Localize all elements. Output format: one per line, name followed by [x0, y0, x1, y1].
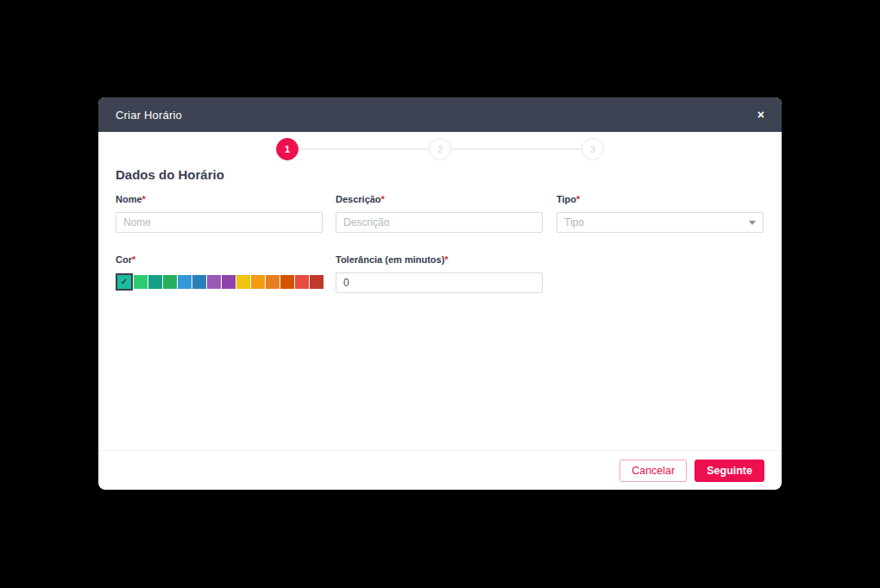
required-asterisk: * — [444, 254, 448, 265]
tipo-label-text: Tipo — [556, 194, 576, 204]
color-swatches: ✓ — [116, 272, 323, 291]
stepper-step-2[interactable]: 2 — [429, 138, 451, 160]
color-swatch[interactable] — [280, 275, 294, 289]
tolerancia-label-text: Tolerância (em minutos) — [336, 254, 444, 265]
modal-footer: Cancelar Seguinte — [98, 450, 782, 490]
color-swatch[interactable] — [222, 275, 236, 289]
tipo-label: Tipo* — [556, 194, 764, 204]
color-swatch[interactable] — [251, 275, 265, 289]
field-group-descricao: Descrição* — [336, 194, 543, 233]
stepper-step-1[interactable]: 1 — [276, 138, 299, 160]
color-swatch[interactable] — [178, 275, 192, 289]
tipo-select[interactable]: Tipo — [556, 212, 764, 233]
required-asterisk: * — [381, 194, 385, 204]
chevron-down-icon — [749, 221, 756, 225]
descricao-label-text: Descrição — [336, 194, 381, 204]
descricao-label: Descrição* — [336, 194, 543, 204]
color-swatch[interactable] — [310, 275, 324, 289]
nome-label: Nome* — [116, 194, 323, 204]
color-swatch[interactable] — [134, 275, 148, 289]
field-group-tipo: Tipo* Tipo — [556, 194, 764, 233]
cor-label: Cor* — [116, 254, 323, 265]
check-icon: ✓ — [121, 278, 128, 286]
field-group-tolerancia: Tolerância (em minutos)* — [336, 254, 543, 293]
required-asterisk: * — [132, 254, 135, 265]
section-title: Dados do Horário — [116, 167, 224, 182]
close-icon[interactable]: × — [757, 109, 764, 121]
modal-title: Criar Horário — [116, 109, 182, 122]
field-group-nome: Nome* — [116, 194, 323, 233]
color-swatch[interactable]: ✓ — [116, 273, 133, 291]
stepper-connector — [299, 148, 429, 150]
color-swatch[interactable] — [266, 275, 280, 289]
cancel-button[interactable]: Cancelar — [619, 460, 687, 482]
tolerancia-label: Tolerância (em minutos)* — [336, 254, 543, 265]
required-asterisk: * — [142, 194, 146, 204]
nome-input[interactable] — [116, 212, 323, 233]
tipo-select-placeholder: Tipo — [564, 216, 584, 228]
nome-label-text: Nome — [116, 194, 142, 204]
color-swatch[interactable] — [207, 275, 221, 289]
stepper-step-3[interactable]: 3 — [581, 138, 604, 160]
color-swatch[interactable] — [163, 275, 177, 289]
color-swatch[interactable] — [295, 275, 309, 289]
create-schedule-modal: Criar Horário × 123 Dados do Horário Nom… — [98, 97, 782, 490]
color-swatch[interactable] — [148, 275, 162, 289]
descricao-input[interactable] — [336, 212, 543, 233]
cor-label-text: Cor — [116, 254, 132, 265]
field-group-cor: Cor* ✓ — [116, 254, 323, 291]
tolerancia-input[interactable] — [336, 272, 543, 293]
stepper: 123 — [98, 138, 782, 160]
next-button[interactable]: Seguinte — [695, 460, 764, 482]
required-asterisk: * — [576, 194, 580, 204]
color-swatch[interactable] — [192, 275, 206, 289]
color-swatch[interactable] — [236, 275, 250, 289]
stepper-connector — [451, 148, 581, 150]
modal-header: Criar Horário × — [98, 97, 782, 132]
